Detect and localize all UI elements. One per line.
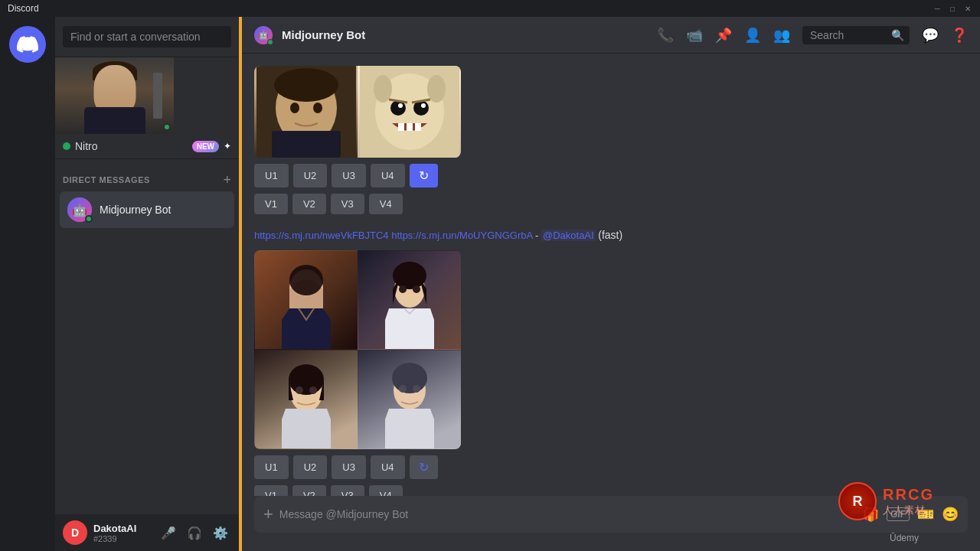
topbar-search-input[interactable] — [810, 29, 887, 41]
nitro-dot — [63, 142, 70, 150]
mention-dakotaai[interactable]: @DakotaAI — [541, 230, 596, 241]
v1-button-2[interactable]: V1 — [254, 485, 288, 496]
watermark-udemy: Ūdemy — [890, 533, 919, 543]
person-body — [84, 107, 145, 134]
dm-search-bar — [55, 17, 239, 57]
anime-cell-2 — [358, 250, 461, 350]
v1-button-1[interactable]: V1 — [254, 194, 288, 214]
server-sidebar — [0, 17, 55, 551]
svg-point-13 — [398, 103, 403, 108]
v3-button-1[interactable]: V3 — [331, 194, 364, 214]
mic-stand — [153, 73, 162, 119]
user-tag: #2339 — [93, 534, 152, 543]
u4-button-2[interactable]: U4 — [371, 455, 405, 479]
maximize-button[interactable]: □ — [948, 4, 957, 13]
dm-sidebar: Nitro NEW ✦ DIRECT MESSAGES + 🤖 Midjourn… — [55, 17, 239, 551]
add-friend-icon[interactable]: 👤 — [744, 27, 761, 44]
video-icon[interactable]: 📹 — [686, 27, 703, 44]
find-conversation-input[interactable] — [63, 26, 231, 47]
anime-cell-4 — [358, 350, 461, 449]
user-avatar: D — [63, 520, 87, 545]
message-group-1: U1 U2 U3 U4 ↻ V1 V2 V3 V4 — [254, 66, 968, 214]
person-silhouette — [55, 57, 174, 134]
u4-button-1[interactable]: U4 — [371, 164, 405, 187]
u2-button-1[interactable]: U2 — [293, 164, 328, 187]
message-group-2: https://s.mj.run/nweVkFBJTC4 https://s.m… — [254, 227, 968, 496]
nitro-label: Nitro — [75, 140, 98, 152]
svg-rect-5 — [272, 131, 341, 158]
u1-button-1[interactable]: U1 — [254, 164, 289, 187]
refresh-button-2[interactable]: ↻ — [410, 455, 438, 479]
topbar-search-bar[interactable]: 🔍 — [802, 26, 910, 44]
image-grid-1 — [254, 66, 461, 158]
mic-button[interactable]: 🎤 — [158, 523, 179, 543]
u3-button-1[interactable]: U3 — [332, 164, 366, 187]
topbar-online-dot — [267, 39, 273, 45]
u3-button-2[interactable]: U3 — [332, 455, 366, 479]
v2-button-2[interactable]: V2 — [292, 485, 326, 496]
svg-point-36 — [413, 385, 420, 393]
discord-logo[interactable] — [9, 26, 46, 63]
pin-icon[interactable]: 📌 — [715, 27, 732, 44]
hide-members-icon[interactable]: 👥 — [773, 27, 790, 44]
svg-point-21 — [289, 265, 323, 295]
user-panel: D DakotaAI #2339 🎤 🎧 ⚙️ — [55, 514, 239, 551]
settings-button[interactable]: ⚙️ — [210, 523, 231, 543]
v3-button-2[interactable]: V3 — [331, 485, 364, 496]
app-title: Discord — [8, 3, 39, 14]
svg-point-3 — [290, 103, 299, 113]
dm-item-midjourney[interactable]: 🤖 Midjourney Bot — [60, 191, 234, 228]
fast-label: (fast) — [598, 229, 622, 241]
username: DakotaAI — [93, 523, 152, 534]
main-chat-area: 🤖 Midjourney Bot 📞 📹 📌 👤 👥 🔍 💬 ❓ — [242, 17, 980, 551]
nitro-banner[interactable]: Nitro NEW ✦ — [55, 134, 239, 159]
close-button[interactable]: ✕ — [963, 4, 972, 13]
watermark-text: RRCG 人人素材 — [883, 486, 934, 517]
anime-cell-3 — [254, 350, 358, 449]
watermark-bottom: 人人素材 — [883, 504, 934, 517]
refresh-button-1[interactable]: ↻ — [410, 164, 438, 187]
title-bar: Discord ─ □ ✕ — [0, 0, 980, 17]
link-dash: - — [535, 230, 541, 241]
u1-button-2[interactable]: U1 — [254, 455, 289, 479]
v2-button-1[interactable]: V2 — [292, 194, 326, 214]
topbar-avatar: 🤖 — [254, 26, 273, 44]
svg-point-30 — [296, 386, 303, 394]
headphones-button[interactable]: 🎧 — [184, 523, 205, 543]
svg-rect-16 — [407, 123, 413, 131]
window-controls: ─ □ ✕ — [933, 4, 972, 13]
svg-point-35 — [399, 385, 407, 393]
cam-image — [55, 57, 174, 134]
minimize-button[interactable]: ─ — [933, 4, 942, 13]
svg-point-29 — [289, 364, 324, 395]
user-name-area: DakotaAI #2339 — [93, 523, 152, 543]
cartoon-image-cell — [358, 66, 461, 158]
watermark-logo: R — [838, 482, 877, 520]
message-input[interactable] — [279, 500, 856, 529]
midjourney-avatar: 🤖 — [67, 197, 92, 222]
phone-icon[interactable]: 📞 — [657, 27, 674, 44]
v4-button-2[interactable]: V4 — [369, 485, 403, 496]
svg-point-26 — [413, 285, 420, 293]
inbox-icon[interactable]: 💬 — [922, 27, 939, 44]
link-1[interactable]: https://s.mj.run/nweVkFBJTC4 — [254, 230, 389, 241]
help-icon[interactable]: ❓ — [951, 27, 968, 44]
dm-section-title: DIRECT MESSAGES — [63, 175, 150, 184]
svg-point-31 — [309, 386, 317, 394]
link-2[interactable]: https://s.mj.run/MoUYGNGGrbA — [391, 230, 532, 241]
emoji-icon[interactable]: 😊 — [942, 506, 959, 523]
nitro-star-icon: ✦ — [224, 141, 231, 152]
add-attachment-button[interactable]: + — [263, 496, 273, 533]
dm-section-header: DIRECT MESSAGES + — [55, 159, 239, 191]
v4-button-1[interactable]: V4 — [369, 194, 403, 214]
message-links: https://s.mj.run/nweVkFBJTC4 https://s.m… — [254, 227, 968, 244]
add-dm-button[interactable]: + — [223, 173, 231, 187]
anime-image-grid — [254, 250, 461, 449]
svg-rect-15 — [398, 123, 404, 131]
webcam-preview — [55, 57, 174, 134]
nitro-new-badge: NEW — [192, 141, 219, 152]
topbar-channel-name: Midjourney Bot — [282, 28, 365, 41]
svg-rect-17 — [415, 123, 421, 131]
u2-button-2[interactable]: U2 — [293, 455, 328, 479]
svg-point-2 — [274, 68, 338, 102]
